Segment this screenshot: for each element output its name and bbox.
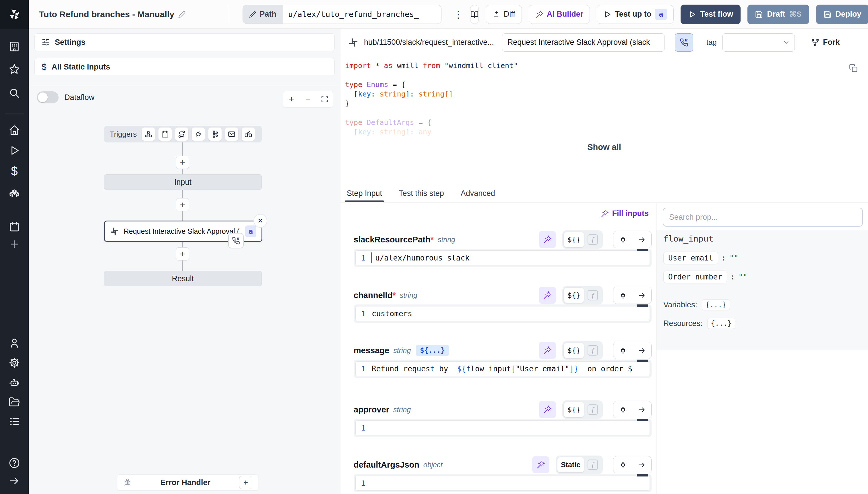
ai-builder-button[interactable]: AI Builder (529, 5, 590, 24)
plug-connect-icon[interactable] (613, 456, 632, 473)
polling-watch-trigger-icon[interactable] (242, 128, 255, 141)
folders-icon[interactable] (8, 396, 21, 408)
tag-select[interactable] (723, 33, 795, 52)
arrow-right-icon[interactable] (632, 456, 651, 473)
fit-view-button[interactable] (316, 91, 333, 108)
ai-fill-wand-button[interactable] (532, 456, 549, 473)
schedule-trigger-icon[interactable] (158, 128, 172, 141)
step-name-input[interactable] (502, 33, 665, 52)
plug-connect-icon[interactable] (613, 287, 632, 304)
add-step-button-middle[interactable]: + (176, 198, 189, 211)
delete-step-button[interactable]: ✕ (254, 214, 267, 228)
flow-settings-button[interactable]: Settings (35, 33, 335, 51)
draft-button[interactable]: Draft ⌘S (747, 5, 809, 24)
variables-dollar-icon[interactable]: $ (8, 165, 21, 177)
add-step-button-top[interactable]: + (176, 156, 189, 169)
add-step-button-bottom[interactable]: + (176, 247, 189, 261)
schedules-calendar-icon[interactable] (8, 220, 21, 233)
expand-arrow-icon[interactable] (8, 474, 21, 487)
resources-cubes-icon[interactable] (8, 186, 21, 198)
javascript-mode-button[interactable]: f (588, 459, 598, 470)
code-editor[interactable]: import * as wmill from "windmill-client"… (340, 56, 868, 185)
edit-title-pencil-icon[interactable] (178, 11, 186, 18)
hub-script-path[interactable]: hub/11500/slack/request_interactive... (364, 38, 494, 47)
tab-test-this-step[interactable]: Test this step (399, 185, 444, 202)
runs-play-icon[interactable] (8, 144, 21, 157)
tab-step-input[interactable]: Step Input (347, 185, 382, 202)
show-all-button[interactable]: Show all (340, 142, 868, 152)
tab-advanced[interactable]: Advanced (461, 185, 495, 202)
field-editor[interactable]: 1 (354, 419, 652, 437)
field-editor[interactable]: 1 Refund request by _${flow_input["User … (354, 360, 652, 378)
arrow-right-icon[interactable] (632, 231, 651, 248)
test-flow-button[interactable]: Test flow (680, 5, 741, 24)
static-mode-button[interactable]: Static (557, 457, 584, 473)
favorites-star-icon[interactable] (8, 63, 21, 76)
javascript-mode-button[interactable]: f (588, 345, 598, 356)
deploy-button[interactable]: Deploy (816, 5, 868, 24)
windmill-logo[interactable] (0, 0, 29, 29)
copy-code-icon[interactable] (849, 64, 858, 72)
ai-fill-wand-button[interactable] (539, 401, 556, 418)
ai-fill-wand-button[interactable] (539, 287, 556, 304)
slack-approval-step-node[interactable]: Request Interactive Slack Approval (... … (104, 221, 262, 242)
template-mode-button[interactable]: ${} (564, 402, 584, 417)
kafka-trigger-icon[interactable] (209, 128, 222, 141)
help-icon[interactable] (8, 457, 21, 469)
zoom-in-button[interactable]: + (283, 91, 300, 108)
search-icon[interactable] (8, 87, 21, 99)
workers-robot-icon[interactable] (8, 376, 21, 389)
ai-fill-wand-button[interactable] (539, 231, 556, 248)
template-mode-button[interactable]: ${} (564, 287, 584, 303)
template-mode-button[interactable]: ${} (564, 343, 584, 358)
all-static-inputs-button[interactable]: $ All Static Inputs (35, 58, 335, 76)
email-trigger-icon[interactable] (225, 128, 238, 141)
arrow-right-icon[interactable] (632, 401, 651, 418)
fork-button[interactable]: Fork (811, 38, 840, 47)
suspend-approval-phone-icon[interactable] (228, 233, 244, 248)
docs-book-button[interactable] (470, 5, 479, 24)
arrow-right-icon[interactable] (632, 287, 651, 304)
search-prop-input[interactable] (663, 208, 863, 227)
prop-chip[interactable]: Order number (663, 270, 727, 283)
suspend-approval-phone-button[interactable] (675, 33, 693, 52)
input-node[interactable]: Input (104, 174, 262, 190)
zoom-out-button[interactable]: − (300, 91, 316, 108)
home-icon[interactable] (8, 124, 21, 136)
settings-gear-icon[interactable] (8, 357, 21, 369)
fill-inputs-button[interactable]: Fill inputs (601, 209, 649, 218)
variables-expand-chip[interactable]: {...} (702, 299, 730, 310)
field-editor[interactable]: 1 (354, 474, 652, 492)
javascript-mode-button[interactable]: f (588, 290, 598, 300)
line-number: 1 (356, 365, 371, 373)
http-route-trigger-icon[interactable] (175, 128, 188, 141)
field-editor[interactable]: 1 customers (354, 304, 652, 323)
path-label[interactable]: Path (242, 5, 283, 24)
field-editor[interactable]: 1 u/alex/humorous_slack (354, 249, 652, 267)
webhook-trigger-icon[interactable] (142, 128, 155, 141)
resources-expand-chip[interactable]: {...} (707, 318, 735, 329)
path-input[interactable] (283, 5, 441, 24)
plug-connect-icon[interactable] (613, 342, 632, 359)
diff-button[interactable]: Diff (486, 5, 522, 24)
workspace-icon[interactable] (8, 40, 21, 53)
test-up-to-button[interactable]: Test up to a (597, 5, 674, 24)
add-error-handler-button[interactable]: + (239, 476, 252, 489)
add-icon[interactable] (8, 238, 21, 250)
plug-connect-icon[interactable] (613, 401, 632, 418)
javascript-mode-button[interactable]: f (588, 234, 598, 245)
arrow-right-icon[interactable] (632, 342, 651, 359)
error-handler-node[interactable]: Error Handler + (117, 474, 258, 491)
triggers-node[interactable]: Triggers (104, 126, 262, 142)
result-node[interactable]: Result (104, 271, 262, 286)
websocket-plug-trigger-icon[interactable] (192, 128, 205, 141)
more-menu-kebab-icon[interactable]: ⋮ (454, 8, 463, 20)
prop-chip[interactable]: User email (663, 252, 718, 264)
ai-fill-wand-button[interactable] (539, 342, 556, 359)
plug-connect-icon[interactable] (613, 231, 632, 248)
template-mode-button[interactable]: ${} (564, 232, 584, 247)
javascript-mode-button[interactable]: f (588, 404, 598, 415)
audit-logs-list-icon[interactable] (8, 415, 21, 428)
dataflow-toggle[interactable] (37, 91, 59, 103)
user-icon[interactable] (8, 337, 21, 349)
